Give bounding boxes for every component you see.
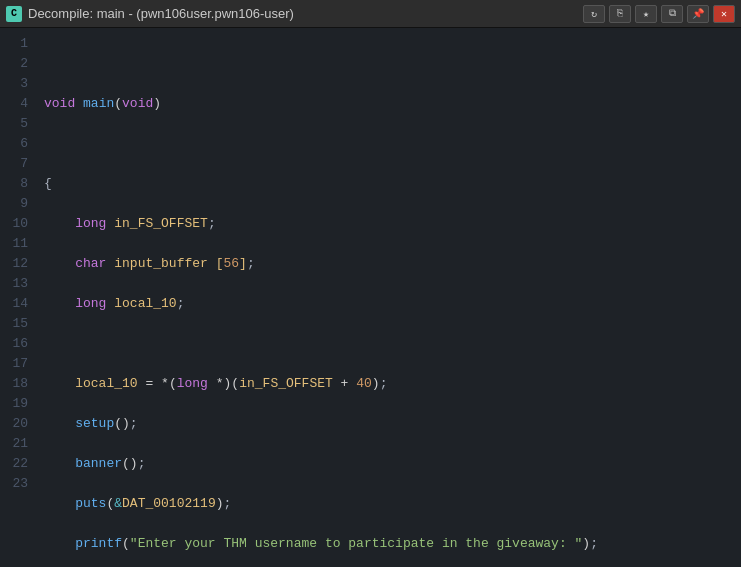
code-area: 1 2 3 4 5 6 7 8 9 10 11 12 13 14 15 16 1… [0, 28, 741, 567]
line-4: { [44, 174, 733, 194]
line-3 [44, 134, 733, 154]
bookmark-button[interactable]: ★ [635, 5, 657, 23]
line-10: setup(); [44, 414, 733, 434]
line-13: printf("Enter your THM username to parti… [44, 534, 733, 554]
line-8 [44, 334, 733, 354]
restore-button[interactable]: ⧉ [661, 5, 683, 23]
refresh-button[interactable]: ↻ [583, 5, 605, 23]
title-buttons: ↻ ⎘ ★ ⧉ 📌 ✕ [583, 5, 735, 23]
line-7: long local_10; [44, 294, 733, 314]
title-bar: C Decompile: main - (pwn106user.pwn106-u… [0, 0, 741, 28]
copy-button[interactable]: ⎘ [609, 5, 631, 23]
line-9: local_10 = *(long *)(in_FS_OFFSET + 40); [44, 374, 733, 394]
line-12: puts(&DAT_00102119); [44, 494, 733, 514]
line-numbers: 1 2 3 4 5 6 7 8 9 10 11 12 13 14 15 16 1… [0, 28, 36, 567]
close-button[interactable]: ✕ [713, 5, 735, 23]
line-11: banner(); [44, 454, 733, 474]
app-icon: C [6, 6, 22, 22]
line-1 [44, 54, 733, 74]
pin-button[interactable]: 📌 [687, 5, 709, 23]
line-2: void main(void) [44, 94, 733, 114]
line-6: char input_buffer [56]; [44, 254, 733, 274]
code-content[interactable]: void main(void) { long in_FS_OFFSET; cha… [36, 28, 741, 567]
line-5: long in_FS_OFFSET; [44, 214, 733, 234]
title-text: Decompile: main - (pwn106user.pwn106-use… [28, 6, 583, 21]
